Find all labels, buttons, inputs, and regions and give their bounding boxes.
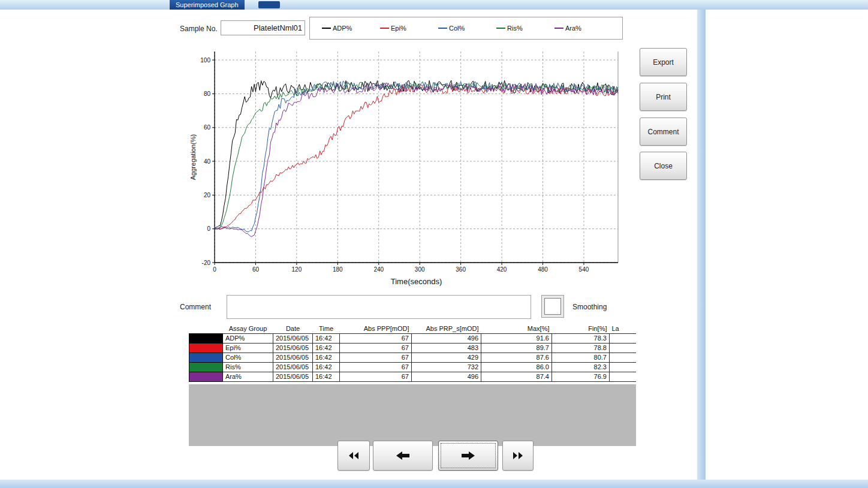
table-cell-max: 89.7 [481,343,552,353]
svg-text:20: 20 [204,192,211,198]
table-cell-date: 2015/06/05 [273,372,313,381]
previous-record-button[interactable] [373,441,433,471]
chart-area: 060120180240300360420480540-200204060801… [188,48,623,289]
series-color-swatch [189,343,223,353]
series-color-swatch [189,362,223,372]
legend-label: Col% [449,25,465,32]
table-row[interactable]: ADP%2015/06/0516:426749691.678.3 [189,333,637,343]
svg-text:60: 60 [252,266,260,273]
svg-text:Time(seconds): Time(seconds) [391,277,442,286]
last-record-button[interactable] [502,441,534,471]
table-cell-max: 86.0 [481,362,552,372]
table-cell-time: 16:42 [313,343,340,353]
svg-text:100: 100 [200,57,210,64]
table-cell-date: 2015/06/05 [273,343,313,353]
table-cell-max: 91.6 [481,333,552,343]
table-header-time: Time [313,324,340,333]
print-button[interactable]: Print [640,83,687,111]
table-cell-abs_ppp: 67 [340,362,412,372]
table-cell-abs_ppp: 67 [340,353,412,362]
legend-item-Ara%: Ara% [554,25,613,32]
table-cell-time: 16:42 [313,333,340,343]
sample-no-field[interactable] [221,20,305,35]
table-cell-abs_ppp: 67 [340,343,412,353]
first-record-button[interactable] [337,441,370,471]
table-cell-abs_prp: 429 [412,353,481,362]
legend-label: Epi% [391,25,406,32]
series-Col% [215,81,618,232]
table-row[interactable]: Epi%2015/06/0516:426748389.778.8 [189,343,637,353]
table-cell-assay: ADP% [223,333,273,343]
table-row[interactable]: Col%2015/06/0516:426742987.680.7 [189,353,637,362]
table-row[interactable]: Ris%2015/06/0516:426773286.082.3 [189,362,637,372]
results-table: Assay GroupDateTimeAbs PPP[mOD]Abs PRP_s… [189,324,636,382]
table-cell-la [610,353,637,362]
table-cell-assay: Col% [223,353,273,362]
svg-text:360: 360 [456,266,466,273]
legend-line-icon [496,28,505,29]
table-cell-assay: Ara% [223,372,273,381]
table-header-row: Assay GroupDateTimeAbs PPP[mOD]Abs PRP_s… [189,324,637,333]
comment-button[interactable]: Comment [640,118,687,146]
svg-text:180: 180 [333,266,343,273]
table-cell-max: 87.6 [481,353,552,362]
series-ADP% [215,80,618,229]
taskbar-thumbnail [258,1,280,8]
screen: Superimposed Graph Sample No. ADP%Epi%Co… [0,0,868,488]
next-record-button[interactable] [438,441,498,471]
last-record-icon [511,451,525,460]
legend-label: Ris% [507,25,523,32]
table-cell-fin: 78.8 [552,343,610,353]
legend-line-icon [438,28,447,29]
table-cell-la [610,333,637,343]
close-button[interactable]: Close [640,152,687,180]
svg-text:80: 80 [204,91,211,97]
svg-text:0: 0 [213,266,216,273]
table-header-la: La [610,324,637,333]
first-record-icon [347,451,360,460]
table-cell-time: 16:42 [313,362,340,372]
table-cell-abs_prp: 496 [412,333,481,343]
desktop-top-strip [0,0,868,10]
table-cell-max: 87.4 [481,372,552,381]
legend-line-icon [322,28,331,29]
table-cell-abs_ppp: 67 [340,372,412,381]
series-color-swatch [189,372,223,381]
legend-line-icon [554,28,563,29]
table-header-abs_ppp: Abs PPP[mOD] [340,324,412,333]
svg-text:540: 540 [579,266,589,273]
smoothing-checkbox[interactable] [541,295,564,318]
table-cell-la [610,372,637,381]
table-header-assay: Assay Group [223,324,273,333]
svg-text:Aggregation(%): Aggregation(%) [189,134,197,180]
previous-record-icon [395,451,411,460]
legend-item-Ris%: Ris% [496,25,554,32]
table-row[interactable]: Ara%2015/06/0516:426749687.476.9 [189,372,637,381]
export-button[interactable]: Export [640,48,687,76]
series-color-swatch [189,353,223,362]
table-header-abs_prp: Abs PRP_s[mOD] [412,324,481,333]
table-cell-assay: Epi% [223,343,273,353]
window-title: Superimposed Graph [170,0,245,10]
table-header-max: Max[%] [481,324,552,333]
comment-field[interactable] [227,295,531,319]
legend-item-Col%: Col% [438,25,496,32]
table-cell-time: 16:42 [313,353,340,362]
legend-line-icon [380,28,389,29]
table-cell-assay: Ris% [223,362,273,372]
table-cell-abs_prp: 732 [412,362,481,372]
table-cell-abs_prp: 496 [412,372,481,381]
svg-text:120: 120 [292,266,302,273]
table-cell-date: 2015/06/05 [273,362,313,372]
series-color-swatch [189,333,223,343]
legend: ADP%Epi%Col%Ris%Ara% [309,17,623,40]
table-cell-abs_prp: 483 [412,343,481,353]
legend-item-Epi%: Epi% [380,25,438,32]
results-table-wrap: Assay GroupDateTimeAbs PPP[mOD]Abs PRP_s… [189,324,636,382]
table-cell-abs_ppp: 67 [340,333,412,343]
table-cell-fin: 76.9 [552,372,610,381]
table-cell-la [610,343,637,353]
svg-text:480: 480 [538,266,548,273]
smoothing-checkbox-inner [544,298,561,315]
svg-text:-20: -20 [202,260,211,266]
